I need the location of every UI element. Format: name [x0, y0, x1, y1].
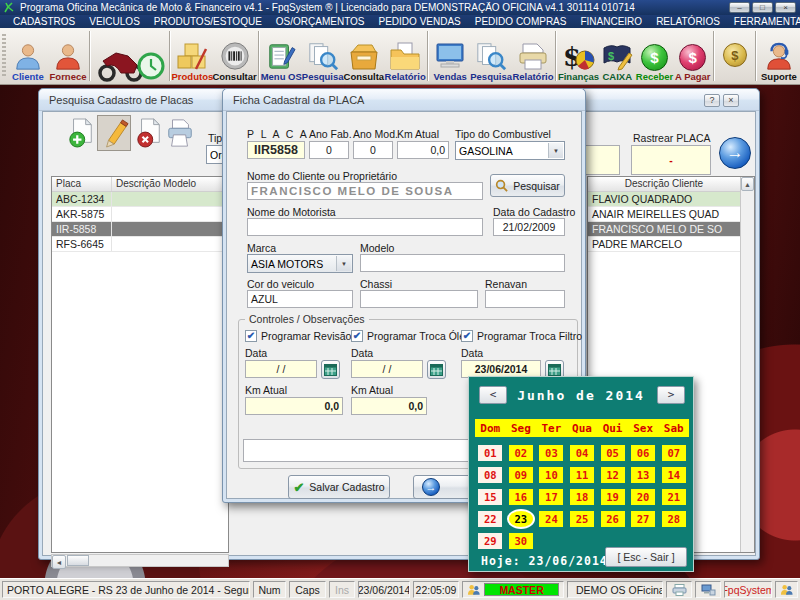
cor-field[interactable]: AZUL — [247, 290, 353, 308]
chevron-down-icon[interactable]: ▼ — [336, 256, 351, 271]
calendar-day-21[interactable]: 21 — [662, 489, 686, 505]
toolbar-receber-button[interactable]: $ Receber — [635, 28, 673, 84]
menu-financeiro[interactable]: FINANCEIRO — [573, 16, 649, 27]
menu-produtos-estoque[interactable]: PRODUTOS/ESTOQUE — [147, 16, 269, 27]
calendar-day-25[interactable]: 25 — [570, 511, 594, 527]
status-printer-segment[interactable] — [666, 581, 692, 598]
scroll-left-arrow[interactable]: ◄ — [52, 555, 66, 569]
calendar-picker-button[interactable] — [321, 360, 340, 379]
minimize-button[interactable]: – — [729, 2, 750, 13]
calendar-day-17[interactable]: 17 — [539, 489, 563, 505]
calendar-day-10[interactable]: 10 — [539, 467, 563, 483]
menu-os-orcamentos[interactable]: OS/ORÇAMENTOS — [269, 16, 372, 27]
table-row-selected[interactable]: IIR-5858 — [52, 222, 228, 237]
calendar-day-01[interactable]: 01 — [478, 445, 502, 461]
calendar-day-16[interactable]: 16 — [509, 489, 533, 505]
calendar-day-08[interactable]: 08 — [478, 467, 502, 483]
table-row[interactable]: RFS-6645 — [52, 237, 228, 252]
calendar-day-19[interactable]: 19 — [601, 489, 625, 505]
menu-pedido-compras[interactable]: PEDIDO COMPRAS — [468, 16, 574, 27]
calendar-day-14[interactable]: 14 — [662, 467, 686, 483]
menu-pedido-vendas[interactable]: PEDIDO VENDAS — [372, 16, 468, 27]
calendar-day-22[interactable]: 22 — [478, 511, 502, 527]
edit-record-selected-box[interactable] — [97, 115, 131, 151]
table-row[interactable]: ANAIR MEIRELLES QUAD — [588, 207, 754, 222]
calendar-day-06[interactable]: 06 — [631, 445, 655, 461]
pesquisa-close-button[interactable]: × — [723, 94, 739, 107]
oleo-km-field[interactable]: 0,0 — [351, 397, 427, 415]
toolbar-menu-os-button[interactable]: Menu OS — [261, 28, 302, 84]
toolbar-consulta-os-button[interactable]: Consulta — [344, 28, 385, 84]
ano-mod-field[interactable]: 0 — [353, 141, 393, 159]
toolbar-consultar-button[interactable]: Consultar — [212, 28, 256, 84]
add-record-icon[interactable] — [67, 118, 95, 148]
chassi-field[interactable] — [360, 290, 478, 308]
toolbar-pesquisa-os-button[interactable]: Pesquisa — [302, 28, 344, 84]
calendar-day-03[interactable]: 03 — [539, 445, 563, 461]
oleo-data-field[interactable]: / / — [351, 360, 423, 378]
table-row[interactable]: AKR-5875 — [52, 207, 228, 222]
toolbar-fornecedor-button[interactable]: Fornece — [48, 28, 88, 84]
col-modelo[interactable]: Descrição Modelo — [112, 177, 228, 191]
calendar-next-button[interactable]: > — [657, 386, 685, 404]
calendar-day-05[interactable]: 05 — [601, 445, 625, 461]
table-row[interactable]: FLAVIO QUADRADO — [588, 192, 754, 207]
km-atual-field[interactable]: 0,0 — [397, 141, 449, 159]
toolbar-a-pagar-button[interactable]: $ A Pagar — [674, 28, 712, 84]
restore-button[interactable]: □ — [752, 2, 773, 13]
calendar-day-26[interactable]: 26 — [601, 511, 625, 527]
calendar-day-27[interactable]: 27 — [631, 511, 655, 527]
cliente-field[interactable]: FRANCISCO MELO DE SOUSA — [247, 182, 483, 200]
calendar-day-23[interactable]: 23 — [509, 511, 533, 527]
placa-field[interactable]: IIR5858 — [247, 141, 305, 159]
calendar-day-12[interactable]: 12 — [601, 467, 625, 483]
toolbar-pesquisa-vendas-button[interactable]: Pesquisa — [470, 28, 512, 84]
programar-revisao-checkbox[interactable]: ✔Programar Revisão — [245, 330, 351, 342]
calendar-day-13[interactable]: 13 — [631, 467, 655, 483]
motorista-field[interactable] — [247, 218, 483, 236]
calendar-picker-button[interactable] — [427, 360, 446, 379]
table-row[interactable]: ABC-1234 — [52, 192, 228, 207]
status-users-segment[interactable] — [775, 581, 798, 598]
combustivel-combo[interactable]: GASOLINA ▼ — [455, 141, 565, 160]
marca-combo[interactable]: ASIA MOTORS ▼ — [247, 254, 353, 273]
toolbar-relatorio-vendas-button[interactable]: Relatório — [512, 28, 554, 84]
client-list-vscrollbar[interactable]: ▲ — [740, 177, 754, 552]
toolbar-cliente-button[interactable]: Cliente — [8, 28, 48, 84]
calendar-day-11[interactable]: 11 — [570, 467, 594, 483]
menu-veiculos[interactable]: VEICULOS — [82, 16, 147, 27]
toolbar-relatorio-os-button[interactable]: Relatório — [384, 28, 426, 84]
salvar-cadastro-button[interactable]: ✔ Salvar Cadastro — [288, 475, 390, 499]
programar-troca-filtro-checkbox[interactable]: ✔Programar Troca Filtro — [461, 330, 582, 342]
menu-cadastros[interactable]: CADASTROS — [6, 16, 82, 27]
calendar-day-24[interactable]: 24 — [539, 511, 563, 527]
chevron-down-icon[interactable]: ▼ — [548, 143, 563, 158]
toolbar-suporte-button[interactable]: Suporte — [758, 28, 800, 84]
status-network-segment[interactable] — [695, 581, 721, 598]
rastrear-go-button[interactable]: → — [719, 137, 751, 169]
calendar-day-28[interactable]: 28 — [662, 511, 686, 527]
print-list-icon[interactable] — [165, 117, 195, 149]
calendar-esc-button[interactable]: [ Esc - Sair ] — [605, 547, 687, 567]
programar-troca-oleo-checkbox[interactable]: ✔Programar Troca Óleo — [351, 330, 471, 342]
calendar-day-09[interactable]: 09 — [509, 467, 533, 483]
calendar-day-02[interactable]: 02 — [509, 445, 533, 461]
calendar-day-18[interactable]: 18 — [570, 489, 594, 505]
plate-list-hscrollbar[interactable]: ◄ — [51, 554, 229, 567]
col-placa[interactable]: Placa — [52, 177, 112, 191]
plate-list[interactable]: Placa Descrição Modelo ABC-1234 AKR-5875… — [51, 176, 229, 553]
table-row-selected[interactable]: FRANCISCO MELO DE SO — [588, 222, 754, 237]
calendar-day-07[interactable]: 07 — [662, 445, 686, 461]
delete-record-icon[interactable] — [135, 118, 163, 148]
calendar-day-04[interactable]: 04 — [570, 445, 594, 461]
pesquisar-button[interactable]: Pesquisar — [490, 174, 565, 197]
toolbar-produtos-button[interactable]: Produtos — [172, 28, 212, 84]
modelo-field[interactable] — [360, 254, 565, 272]
toolbar-vendas-button[interactable]: Vendas — [430, 28, 470, 84]
data-cadastro-field[interactable]: 21/02/2009 — [493, 218, 565, 236]
toolbar-veiculos-button[interactable] — [92, 28, 168, 84]
toolbar-financas-button[interactable]: $ Finanças — [558, 28, 599, 84]
col-cliente[interactable]: Descrição Cliente — [588, 177, 741, 191]
help-button[interactable]: ? — [704, 94, 720, 107]
revisao-km-field[interactable]: 0,0 — [245, 397, 343, 415]
